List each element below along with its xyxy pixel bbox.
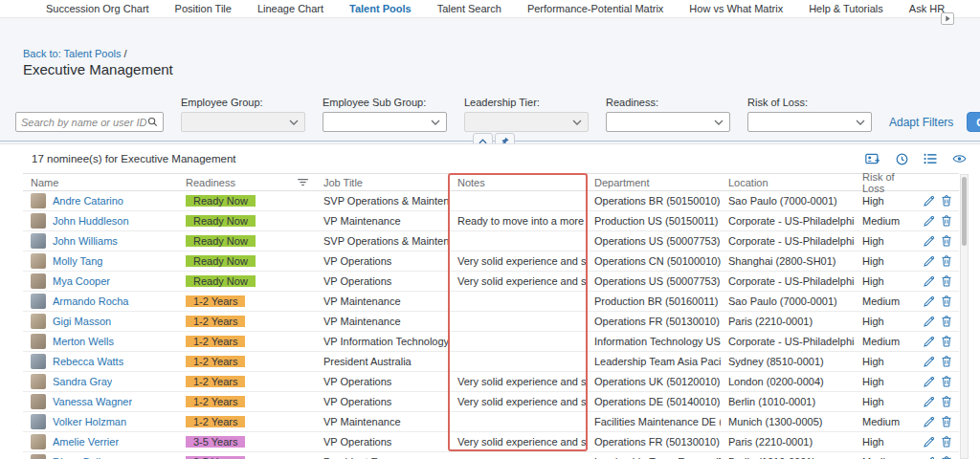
col-header-risk-of-loss[interactable]: Risk of Loss [855, 171, 922, 194]
job-title-cell: VP Information Technology [316, 336, 450, 347]
actions-cell [922, 396, 959, 407]
table-row: Vanessa Wagner 1-2 Years VP Operations V… [23, 392, 959, 412]
nav-item[interactable]: Succession Org Chart [46, 3, 149, 14]
nominee-name-link[interactable]: Vanessa Wagner [53, 396, 132, 407]
search-icon[interactable] [147, 117, 158, 127]
nav-item[interactable]: Ask HR [909, 3, 945, 14]
search-input[interactable] [21, 117, 147, 128]
edit-icon[interactable] [924, 337, 934, 347]
risk-of-loss-cell: High [855, 195, 922, 207]
nav-item[interactable]: Lineage Chart [257, 3, 323, 14]
edit-icon[interactable] [924, 196, 934, 207]
edit-icon[interactable] [924, 417, 934, 427]
nav-item[interactable]: Performance-Potential Matrix [527, 3, 663, 14]
scrollbar-thumb[interactable] [962, 177, 967, 246]
nav-item[interactable]: Talent Search [437, 3, 501, 14]
nominee-name-link[interactable]: Volker Holzman [53, 416, 126, 427]
risk-of-loss-cell: High [855, 356, 922, 367]
edit-icon[interactable] [924, 377, 934, 387]
edit-icon[interactable] [924, 276, 934, 287]
delete-icon[interactable] [942, 436, 951, 448]
actions-cell [922, 436, 959, 448]
nav-item[interactable]: How vs What Matrix [689, 3, 783, 14]
delete-icon[interactable] [942, 396, 951, 407]
nominee-name-link[interactable]: Andre Catarino [53, 195, 123, 207]
readiness-cell: 1-2 Years [178, 356, 316, 367]
delete-icon[interactable] [942, 235, 951, 247]
back-to-talent-pools-link[interactable]: Back to: Talent Pools [23, 48, 122, 59]
readiness-badge: Ready Now [186, 255, 256, 267]
location-cell: Paris (2210-0001) [721, 436, 855, 448]
delete-icon[interactable] [942, 376, 951, 387]
filter-dropdown[interactable] [323, 112, 447, 132]
nominee-name-link[interactable]: Amelie Verrier [53, 436, 119, 448]
edit-icon[interactable] [924, 317, 934, 327]
actions-cell [922, 255, 959, 267]
nominee-name-link[interactable]: John Williams [53, 235, 118, 247]
edit-icon[interactable] [924, 397, 934, 407]
edit-icon[interactable] [924, 296, 934, 307]
history-icon[interactable] [896, 153, 908, 165]
name-cell: Andre Catarino [23, 193, 178, 208]
edit-icon[interactable] [924, 357, 934, 367]
avatar [31, 374, 46, 389]
nominee-name-link[interactable]: Rebecca Watts [53, 356, 123, 367]
notes-cell: Very solid experience and shou... [450, 275, 587, 287]
actions-cell [922, 195, 959, 207]
edit-icon[interactable] [924, 256, 934, 267]
actions-cell [922, 356, 959, 367]
list-view-icon[interactable] [924, 153, 937, 164]
nav-item[interactable]: Position Tile [175, 3, 232, 14]
chevron-down-icon [289, 120, 299, 125]
nominee-name-link[interactable]: Molly Tang [53, 255, 102, 267]
filter-dropdown[interactable] [606, 112, 730, 132]
delete-icon[interactable] [942, 356, 951, 367]
adapt-filters-link[interactable]: Adapt Filters [889, 116, 953, 129]
location-cell: Corporate - US-Philadelphia (1... [721, 235, 855, 247]
edit-icon[interactable] [924, 437, 934, 448]
add-nominee-icon[interactable] [865, 153, 880, 165]
nominee-name-link[interactable]: John Huddleson [53, 215, 129, 227]
col-header-notes[interactable]: Notes [450, 177, 587, 188]
risk-of-loss-cell: Medium [855, 215, 922, 227]
col-header-readiness[interactable]: Readiness [178, 177, 316, 188]
delete-icon[interactable] [942, 316, 951, 327]
name-cell: Armando Rocha [23, 294, 178, 309]
name-cell: Mya Cooper [23, 273, 178, 289]
delete-icon[interactable] [942, 255, 951, 267]
filter-icon[interactable] [298, 179, 308, 186]
nominee-name-link[interactable]: Merton Wells [53, 336, 114, 347]
nominee-name-link[interactable]: Gigi Masson [53, 316, 111, 327]
filter-dropdown[interactable] [181, 112, 305, 132]
readiness-badge: Ready Now [186, 215, 256, 227]
filter-dropdown[interactable] [464, 112, 589, 132]
visibility-icon[interactable] [952, 154, 967, 164]
delete-icon[interactable] [942, 416, 951, 427]
name-cell: Sandra Gray [23, 374, 178, 389]
nav-item[interactable]: Help & Tutorials [809, 3, 883, 14]
table-scrollbar[interactable] [960, 174, 969, 459]
readiness-cell: 1-2 Years [178, 396, 316, 407]
col-header-department[interactable]: Department [587, 177, 721, 188]
nominee-name-link[interactable]: Armando Rocha [53, 295, 129, 307]
edit-icon[interactable] [924, 236, 934, 247]
delete-icon[interactable] [942, 215, 951, 227]
nav-item[interactable]: Talent Pools [349, 3, 412, 14]
col-header-location[interactable]: Location [721, 177, 855, 188]
filter-dropdown[interactable] [747, 112, 872, 132]
go-button[interactable]: Go [967, 112, 980, 132]
name-cell: Merton Wells [23, 334, 178, 349]
edit-icon[interactable] [924, 216, 934, 227]
filter-label: Leadership Tier: [464, 97, 589, 108]
delete-icon[interactable] [942, 195, 951, 207]
table-row: Armando Rocha 1-2 Years VP Maintenance P… [23, 292, 959, 312]
video-tutorial-icon[interactable] [941, 12, 954, 25]
delete-icon[interactable] [942, 295, 951, 307]
delete-icon[interactable] [942, 336, 951, 347]
department-cell: Leadership Team Asia Pacific (... [587, 356, 721, 367]
col-header-name[interactable]: Name [23, 177, 178, 188]
delete-icon[interactable] [942, 275, 951, 287]
nominee-name-link[interactable]: Mya Cooper [53, 275, 110, 287]
nominee-name-link[interactable]: Sandra Gray [53, 376, 112, 387]
col-header-job-title[interactable]: Job Title [316, 177, 450, 188]
